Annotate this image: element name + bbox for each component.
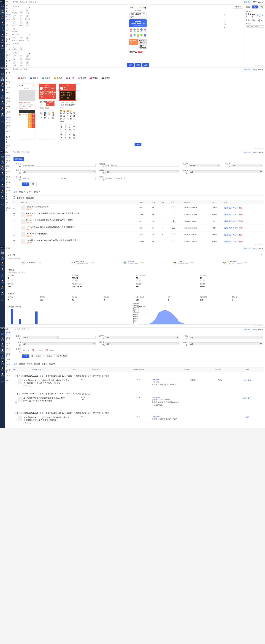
sidebar-item-5[interactable]: 📢营销	[0, 100, 5, 106]
search-style-icon[interactable]: 🔍	[256, 14, 261, 17]
sidebar-item-2[interactable]: 📦商品	[0, 342, 5, 348]
sub-item[interactable]: 装修页面	[5, 13, 11, 18]
sidebar-item-1[interactable]: 🏪店铺	[0, 159, 5, 165]
sort-input[interactable]	[171, 220, 176, 222]
todo-item[interactable]: 待付订单0	[8, 296, 38, 301]
export2-button[interactable]: 订单导出	[44, 354, 54, 358]
sub-item[interactable]: 批量发货	[5, 363, 11, 368]
sidebar-item-3[interactable]: 📋订单	[0, 348, 5, 354]
sub-item[interactable]: 会员中心	[5, 91, 11, 96]
status-select[interactable]: 全部	[22, 342, 96, 346]
order-action[interactable]: 备注	[248, 379, 252, 382]
sidebar-item-8[interactable]: ⚙设置	[0, 297, 5, 303]
preview-button[interactable]: 预览	[134, 63, 142, 67]
action-更多[interactable]: 更多	[239, 234, 243, 236]
sidebar-item-4[interactable]: 👤会员	[0, 26, 5, 32]
order-action[interactable]: 详情	[246, 416, 249, 418]
table-tab[interactable]: 已收货	[42, 362, 48, 366]
marketing-select[interactable]: 全部	[189, 170, 262, 174]
search-type-select[interactable]: 订单号	[22, 336, 58, 339]
status-select[interactable]: 请选择	[189, 164, 220, 167]
sidebar-item-7[interactable]: 📊数据	[0, 195, 5, 201]
admin-menu[interactable]: admin	[258, 248, 264, 250]
order-checkbox[interactable]	[15, 416, 17, 424]
guide-step[interactable]: ⚙设置支付配置支付宝/微信支付宝收款√完成	[71, 261, 94, 264]
nav-icon[interactable]: 积分	[140, 28, 143, 34]
sidebar-item-3[interactable]: 📋订单	[0, 20, 5, 26]
sidebar-item-6[interactable]: 💰财务	[0, 106, 5, 112]
admin-menu[interactable]: admin	[258, 152, 264, 154]
nav-icon[interactable]: 团购	[129, 28, 132, 34]
promo-card[interactable]: Apple AirPods	[138, 44, 147, 49]
component-item[interactable]: ◫签到	[18, 61, 24, 67]
visit-shop-button[interactable]: 访问店铺	[243, 151, 252, 154]
export-button[interactable]: 导出订单信息	[29, 354, 43, 358]
row-checkbox[interactable]	[13, 240, 15, 242]
nav-icon[interactable]: 帮助	[144, 34, 147, 38]
sub-item[interactable]: 积分商城订单	[5, 347, 11, 352]
row-checkbox[interactable]	[13, 220, 15, 222]
component-item[interactable]: ◫多图幻灯	[12, 36, 18, 42]
table-tab[interactable]: 全部	[14, 190, 17, 194]
template-tab[interactable]: 热情红	[17, 76, 28, 80]
sidebar-item-0[interactable]: ◎概况	[0, 249, 5, 255]
tab-style[interactable]: 样式	[258, 6, 264, 8]
visit-shop-button[interactable]: 访问店铺	[243, 328, 252, 331]
batch-button[interactable]: 批量已发货商品	[54, 354, 70, 358]
calendar-icon[interactable]: 📅	[32, 349, 34, 352]
sub-item[interactable]: 配送设置	[5, 368, 11, 374]
bulk-setting[interactable]: 批量设置	[26, 197, 34, 199]
sub-item[interactable]: 退款维权	[5, 352, 11, 358]
sidebar-item-2[interactable]: 📦商品	[0, 14, 5, 20]
copy-button[interactable]: 复制	[40, 412, 44, 414]
copy-button[interactable]: 复制	[40, 392, 44, 395]
template-preview[interactable]: 我的 用户会员等级xxxx ✦开通会员VIP开通享受多权益 〉 200积分 47…	[59, 84, 76, 140]
template-preview[interactable]: 分销中心 费宏的小鱼推荐人：xxxxx提现 35.25可提现 1900.00已提…	[38, 84, 56, 140]
action-编辑[interactable]: 编辑	[224, 240, 228, 242]
search-button[interactable]: 搜索	[22, 182, 29, 186]
table-tab[interactable]: 已完成	[49, 362, 55, 366]
sub-item[interactable]: 商品订单	[5, 331, 11, 336]
sidebar-item-2[interactable]: 📦商品	[0, 82, 5, 88]
calendar-icon[interactable]: 📅	[46, 349, 48, 352]
price-max-input[interactable]	[115, 177, 123, 180]
component-item[interactable]: ◫浮动广告	[12, 9, 18, 14]
component-item[interactable]: ◫优惠券	[12, 55, 18, 60]
row-checkbox[interactable]	[13, 207, 15, 209]
row-checkbox[interactable]	[13, 227, 15, 229]
action-编辑[interactable]: 编辑	[224, 214, 228, 216]
sub-item[interactable]: 会员卡订单	[5, 342, 11, 347]
table-tab[interactable]: 仓库中	[27, 190, 32, 194]
move-up-icon[interactable]: ◇	[224, 14, 226, 16]
sub-item[interactable]: 模板消息	[5, 54, 11, 59]
sidebar-item-0[interactable]: ◎概况	[0, 3, 5, 9]
table-tab[interactable]: 预售中	[34, 190, 40, 194]
component-item[interactable]: ◫门店提示	[18, 46, 24, 51]
guide-step[interactable]: 📦上传商品把商品上传进店铺√完成	[174, 261, 194, 264]
action-推广[interactable]: 推广	[228, 240, 232, 242]
visit-shop-button[interactable]: 访问店铺	[243, 1, 252, 4]
template-tab[interactable]: 商务蓝	[28, 76, 40, 80]
close-icon[interactable]: ✕	[260, 254, 262, 256]
sidebar-item-6[interactable]: 💰财务	[0, 366, 5, 372]
action-推广[interactable]: 推广	[228, 214, 232, 216]
sort-input[interactable]	[171, 227, 176, 229]
component-item[interactable]: ◫店铺笔记	[18, 21, 24, 27]
sidebar-item-7[interactable]: 📊数据	[0, 112, 5, 118]
sidebar-item-0[interactable]: ◎概况	[0, 330, 5, 336]
action-编辑[interactable]: 编辑	[224, 220, 228, 222]
sidebar-item-8[interactable]: ⚙设置	[0, 118, 5, 124]
todo-item[interactable]: 维权订单0	[104, 296, 134, 301]
sub-item[interactable]: 分类页面	[5, 86, 11, 91]
sidebar-item-7[interactable]: 📊数据	[0, 372, 5, 378]
sub-item[interactable]: 模板消息	[5, 130, 11, 135]
component-item[interactable]: ◫商品优惠	[12, 27, 18, 33]
action-更多[interactable]: 更多	[239, 240, 243, 242]
date-start-input[interactable]	[22, 349, 32, 352]
sidebar-item-0[interactable]: ◎概况	[0, 153, 5, 159]
ptype-select[interactable]: 全部	[22, 170, 96, 174]
component-item[interactable]: ◫魔方广告	[12, 21, 18, 27]
sub-item[interactable]: 商品品牌	[5, 164, 11, 170]
sidebar-item-3[interactable]: 📋订单	[0, 267, 5, 273]
admin-menu[interactable]: admin	[258, 68, 264, 71]
